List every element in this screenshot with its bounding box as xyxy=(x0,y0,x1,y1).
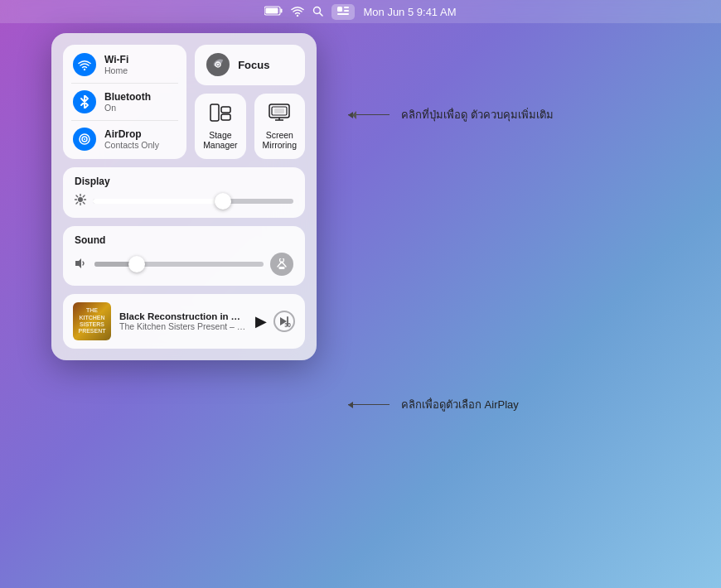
wifi-sub: Home xyxy=(104,65,128,76)
wifi-tile-icon xyxy=(73,53,96,76)
display-label: Display xyxy=(75,176,293,187)
network-tile: Wi-Fi Home Bluetooth On xyxy=(63,45,186,159)
right-tiles: Focus StageManager xyxy=(195,45,305,159)
svg-rect-2 xyxy=(266,8,278,14)
svg-line-5 xyxy=(320,12,323,16)
menubar: Mon Jun 5 9:41 AM xyxy=(0,0,721,23)
svg-point-15 xyxy=(217,64,219,65)
svg-line-29 xyxy=(76,195,78,197)
airplay-annotation: คลิกเพื่อดูตัวเลือก AirPlay xyxy=(348,398,519,413)
airdrop-item[interactable]: AirDrop Contacts Only xyxy=(73,128,177,151)
display-section: Display xyxy=(63,167,305,218)
focus-label: Focus xyxy=(238,59,269,71)
screen-mirroring-label: ScreenMirroring xyxy=(263,130,297,151)
bluetooth-sub: On xyxy=(104,103,151,113)
svg-line-32 xyxy=(76,202,78,204)
wifi-title: Wi-Fi xyxy=(104,54,128,65)
control-center-icon[interactable] xyxy=(331,4,355,20)
airdrop-sub: Contacts Only xyxy=(104,140,159,151)
control-center-panel: Wi-Fi Home Bluetooth On xyxy=(51,33,317,360)
screen-mirroring-tile[interactable]: ScreenMirroring xyxy=(254,94,305,159)
skip-forward-button[interactable]: 30 xyxy=(273,311,295,332)
mini-tiles-row: StageManager ScreenMirroring xyxy=(195,94,305,159)
focus-annotation: คลิกที่ปุ่มเพื่อดู ตัวควบคุมเพิ่มเติม xyxy=(348,108,554,123)
focus-tile[interactable]: Focus xyxy=(195,45,305,85)
svg-rect-8 xyxy=(344,10,349,12)
bluetooth-title: Bluetooth xyxy=(104,91,151,103)
search-icon[interactable] xyxy=(312,6,323,18)
sound-label: Sound xyxy=(75,234,293,246)
svg-rect-7 xyxy=(344,7,349,8)
svg-rect-9 xyxy=(337,13,349,15)
brightness-icon xyxy=(75,194,86,208)
play-button[interactable]: ▶ xyxy=(255,312,267,330)
svg-point-13 xyxy=(84,138,85,140)
svg-marker-33 xyxy=(75,258,81,268)
volume-icon xyxy=(75,258,88,271)
svg-rect-17 xyxy=(221,107,230,113)
bluetooth-text: Bluetooth On xyxy=(104,91,151,113)
wifi-item[interactable]: Wi-Fi Home xyxy=(73,53,177,76)
wifi-icon xyxy=(291,6,304,18)
svg-rect-23 xyxy=(274,108,284,113)
menubar-center: Mon Jun 5 9:41 AM xyxy=(264,4,456,20)
airdrop-title: AirDrop xyxy=(104,128,159,140)
svg-rect-1 xyxy=(281,9,283,13)
svg-rect-34 xyxy=(279,267,285,269)
divider-2 xyxy=(71,120,178,121)
airplay-button[interactable] xyxy=(270,253,293,276)
svg-rect-18 xyxy=(221,114,230,120)
svg-point-10 xyxy=(84,68,85,70)
divider-1 xyxy=(71,83,178,84)
sound-section: Sound xyxy=(63,226,305,286)
now-playing-sub: The Kitchen Sisters Present – March 7, 2… xyxy=(119,321,247,331)
battery-icon xyxy=(264,6,283,17)
album-art-label: THE KITCHENSISTERSPRESENT xyxy=(76,307,108,335)
bluetooth-tile-icon xyxy=(73,90,96,113)
svg-rect-6 xyxy=(337,7,342,12)
focus-annotation-text: คลิกที่ปุ่มเพื่อดู ตัวควบคุมเพิ่มเติม xyxy=(401,108,554,123)
brightness-slider[interactable] xyxy=(93,199,293,204)
menubar-time: Mon Jun 5 9:41 AM xyxy=(363,6,456,18)
now-playing-title: Black Reconstruction in America... xyxy=(119,311,247,321)
stage-manager-label: StageManager xyxy=(203,130,237,151)
album-art: THE KITCHENSISTERSPRESENT xyxy=(73,302,111,340)
now-playing-controls: ▶ 30 xyxy=(255,311,295,332)
airdrop-tile-icon xyxy=(73,128,96,151)
now-playing-section: THE KITCHENSISTERSPRESENT Black Reconstr… xyxy=(63,294,305,349)
stage-manager-tile[interactable]: StageManager xyxy=(195,94,245,159)
focus-icon xyxy=(206,53,230,76)
sound-slider-row xyxy=(75,253,293,276)
airplay-annotation-text: คลิกเพื่อดูตัวเลือก AirPlay xyxy=(401,398,519,413)
display-slider-row xyxy=(75,194,293,208)
wifi-text: Wi-Fi Home xyxy=(104,54,128,76)
now-playing-info: Black Reconstruction in America... The K… xyxy=(119,311,247,331)
volume-slider[interactable] xyxy=(94,262,264,267)
svg-point-3 xyxy=(297,14,298,16)
top-row: Wi-Fi Home Bluetooth On xyxy=(63,45,305,159)
svg-line-30 xyxy=(83,202,85,204)
svg-rect-16 xyxy=(210,104,219,121)
svg-line-31 xyxy=(83,195,85,197)
screen-mirroring-icon xyxy=(269,104,290,125)
svg-point-24 xyxy=(78,197,83,202)
bluetooth-item[interactable]: Bluetooth On xyxy=(73,90,177,113)
stage-manager-icon xyxy=(210,104,231,125)
airdrop-text: AirDrop Contacts Only xyxy=(104,128,159,151)
